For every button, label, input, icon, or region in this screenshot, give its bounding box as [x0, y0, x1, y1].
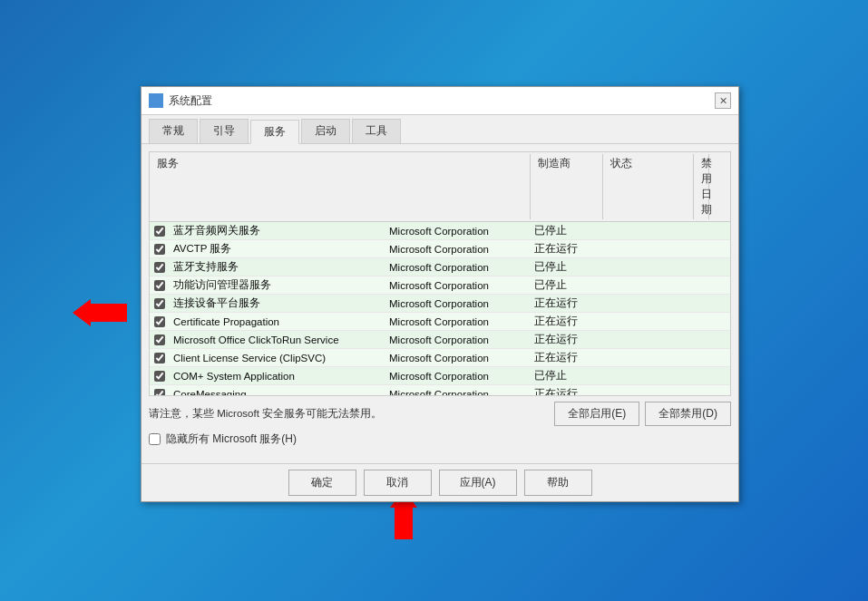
tab-services[interactable]: 服务: [250, 120, 299, 144]
row-checkbox-0[interactable]: [150, 226, 170, 237]
cancel-button[interactable]: 取消: [364, 470, 432, 496]
header-status: 状态: [603, 154, 694, 219]
row-vendor-8: Microsoft Corporation: [385, 369, 531, 383]
row-name-8: COM+ System Application: [170, 369, 385, 383]
row-name-3: 功能访问管理器服务: [170, 276, 385, 294]
arrow-left-icon: [73, 299, 127, 334]
apply-button[interactable]: 应用(A): [439, 470, 517, 496]
enable-all-button[interactable]: 全部启用(E): [554, 402, 639, 426]
row-status-2: 已停止: [531, 258, 603, 276]
row-vendor-0: Microsoft Corporation: [385, 224, 531, 238]
svg-rect-5: [151, 104, 161, 105]
tab-startup[interactable]: 启动: [301, 119, 350, 143]
dialog-icon: [149, 93, 163, 108]
system-config-dialog: 系统配置 ✕ 常规 引导 服务 启动 工具 服务 制造商 状态 禁用日期 蓝牙音…: [141, 86, 739, 502]
row-name-2: 蓝牙支持服务: [170, 258, 385, 276]
row-disabled-8: [603, 374, 694, 378]
row-status-4: 正在运行: [531, 295, 603, 312]
row-status-6: 正在运行: [531, 331, 603, 348]
row-name-4: 连接设备平台服务: [170, 295, 385, 312]
row-disabled-5: [603, 320, 694, 324]
tab-bar: 常规 引导 服务 启动 工具: [141, 115, 738, 144]
row-name-6: Microsoft Office ClickToRun Service: [170, 333, 385, 347]
tab-general[interactable]: 常规: [149, 119, 198, 143]
table-row[interactable]: CoreMessaging Microsoft Corporation 正在运行: [150, 385, 730, 396]
row-checkbox-7[interactable]: [150, 353, 170, 364]
row-status-8: 已停止: [531, 367, 603, 384]
table-row[interactable]: Certificate Propagation Microsoft Corpor…: [150, 313, 730, 331]
row-status-1: 正在运行: [531, 240, 603, 257]
row-disabled-7: [603, 356, 694, 360]
row-status-9: 正在运行: [531, 385, 603, 396]
dialog-title: 系统配置: [169, 93, 212, 109]
row-checkbox-9[interactable]: [150, 389, 170, 397]
row-name-9: CoreMessaging: [170, 387, 385, 397]
table-row[interactable]: AVCTP 服务 Microsoft Corporation 正在运行: [150, 240, 730, 258]
svg-marker-0: [73, 299, 127, 326]
row-vendor-3: Microsoft Corporation: [385, 278, 531, 293]
header-vendor: 制造商: [531, 154, 603, 219]
row-disabled-4: [603, 302, 694, 305]
row-vendor-7: Microsoft Corporation: [385, 351, 531, 365]
row-vendor-4: Microsoft Corporation: [385, 296, 531, 311]
title-bar: 系统配置 ✕: [141, 87, 738, 115]
help-button[interactable]: 帮助: [524, 470, 592, 496]
disable-all-button[interactable]: 全部禁用(D): [645, 402, 731, 426]
table-row[interactable]: COM+ System Application Microsoft Corpor…: [150, 367, 730, 385]
footer-buttons: 确定 取消 应用(A) 帮助: [141, 463, 738, 501]
table-row[interactable]: 功能访问管理器服务 Microsoft Corporation 已停止: [150, 276, 730, 295]
title-bar-left: 系统配置: [149, 93, 212, 109]
services-table: 服务 制造商 状态 禁用日期 蓝牙音频网关服务 Microsoft Corpor…: [149, 151, 731, 396]
hide-ms-services-label: 隐藏所有 Microsoft 服务(H): [166, 431, 297, 447]
row-disabled-9: [603, 393, 694, 396]
header-disabled-date: 禁用日期: [694, 154, 709, 219]
row-checkbox-2[interactable]: [150, 262, 170, 273]
row-name-0: 蓝牙音频网关服务: [170, 222, 385, 239]
row-vendor-5: Microsoft Corporation: [385, 315, 531, 329]
row-status-7: 正在运行: [531, 349, 603, 366]
table-row[interactable]: 蓝牙支持服务 Microsoft Corporation 已停止: [150, 258, 730, 276]
notice-text: 请注意，某些 Microsoft 安全服务可能无法禁用。: [149, 407, 554, 421]
row-disabled-2: [603, 266, 694, 269]
row-vendor-9: Microsoft Corporation: [385, 387, 531, 397]
row-checkbox-3[interactable]: [150, 280, 170, 291]
row-checkbox-1[interactable]: [150, 244, 170, 255]
enable-disable-buttons: 全部启用(E) 全部禁用(D): [554, 402, 731, 426]
row-status-5: 正在运行: [531, 313, 603, 330]
row-disabled-3: [603, 284, 694, 287]
table-row[interactable]: Microsoft Office ClickToRun Service Micr…: [150, 331, 730, 349]
close-button[interactable]: ✕: [715, 92, 731, 109]
row-name-7: Client License Service (ClipSVC): [170, 351, 385, 365]
row-disabled-6: [603, 338, 694, 342]
header-service: 服务: [150, 154, 531, 219]
table-row[interactable]: 连接设备平台服务 Microsoft Corporation 正在运行: [150, 295, 730, 313]
row-checkbox-5[interactable]: [150, 316, 170, 327]
row-vendor-1: Microsoft Corporation: [385, 242, 531, 257]
row-disabled-1: [603, 247, 694, 251]
row-checkbox-6[interactable]: [150, 334, 170, 345]
row-status-3: 已停止: [531, 276, 603, 294]
table-header: 服务 制造商 状态 禁用日期: [150, 152, 730, 222]
row-disabled-0: [603, 229, 694, 233]
svg-rect-3: [151, 95, 161, 103]
row-vendor-6: Microsoft Corporation: [385, 333, 531, 347]
row-checkbox-8[interactable]: [150, 371, 170, 382]
tab-content: 服务 制造商 状态 禁用日期 蓝牙音频网关服务 Microsoft Corpor…: [141, 144, 738, 454]
row-vendor-2: Microsoft Corporation: [385, 260, 531, 275]
hide-ms-services-row: 隐藏所有 Microsoft 服务(H): [149, 431, 731, 447]
row-checkbox-4[interactable]: [150, 298, 170, 309]
table-row[interactable]: Client License Service (ClipSVC) Microso…: [150, 349, 730, 367]
table-row[interactable]: 蓝牙音频网关服务 Microsoft Corporation 已停止: [150, 222, 730, 240]
row-status-0: 已停止: [531, 222, 603, 239]
row-name-5: Certificate Propagation: [170, 315, 385, 329]
tab-boot[interactable]: 引导: [200, 119, 249, 143]
hide-ms-services-checkbox[interactable]: [149, 433, 161, 445]
bottom-section: 请注意，某些 Microsoft 安全服务可能无法禁用。 全部启用(E) 全部禁…: [149, 402, 731, 426]
ok-button[interactable]: 确定: [288, 470, 356, 496]
row-name-1: AVCTP 服务: [170, 240, 385, 257]
table-body[interactable]: 蓝牙音频网关服务 Microsoft Corporation 已停止 AVCTP…: [150, 222, 730, 396]
tab-tools[interactable]: 工具: [352, 119, 401, 143]
